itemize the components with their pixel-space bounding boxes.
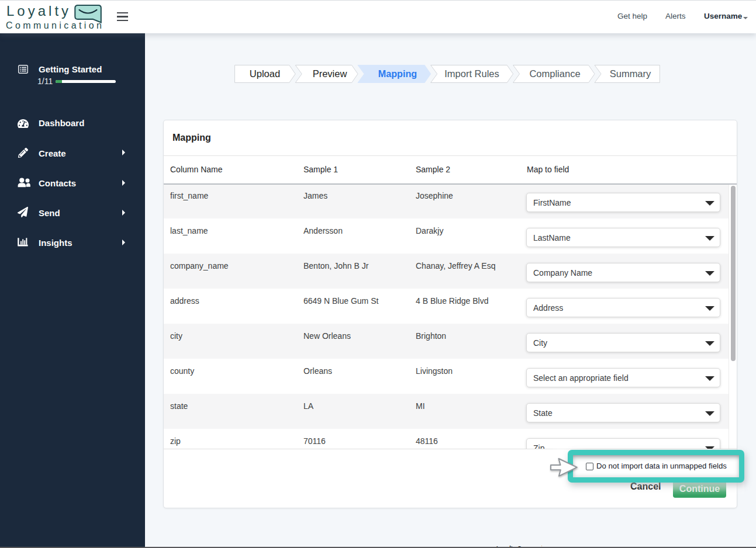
- svg-text:Import Rules: Import Rules: [444, 68, 499, 79]
- svg-text:Summary: Summary: [610, 68, 651, 79]
- svg-text:Compliance: Compliance: [529, 68, 580, 79]
- svg-text:Mapping: Mapping: [378, 68, 417, 79]
- svg-text:Upload: Upload: [250, 68, 280, 79]
- svg-text:Preview: Preview: [313, 68, 347, 79]
